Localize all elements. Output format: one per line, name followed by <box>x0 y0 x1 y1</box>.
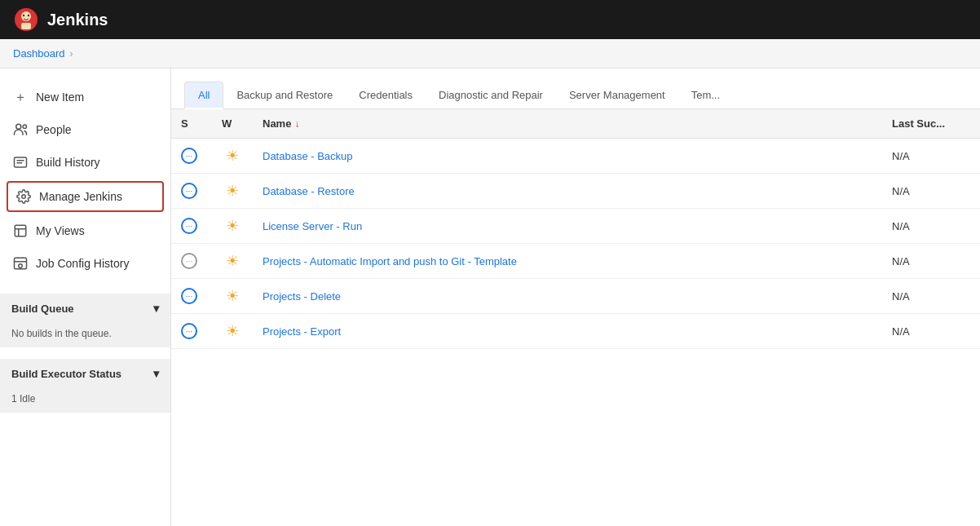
sidebar-item-build-history[interactable]: Build History <box>0 147 170 178</box>
build-queue-header[interactable]: Build Queue ▾ <box>0 294 170 323</box>
sidebar-item-label: Manage Jenkins <box>39 190 122 203</box>
job-name-cell: Projects - Delete <box>253 279 882 314</box>
sidebar-item-label: Job Config History <box>36 257 129 270</box>
col-header-s: S <box>171 109 212 139</box>
status-icon: ··· <box>181 218 197 234</box>
job-name-cell: Projects - Automatic Import and push to … <box>253 244 882 279</box>
tabs-bar: All Backup and Restore Credentials Diagn… <box>171 69 980 109</box>
status-cell: ··· <box>171 209 212 244</box>
weather-icon: ☀ <box>226 148 239 164</box>
sidebar-item-new-item[interactable]: ＋ New Item <box>0 82 170 113</box>
weather-cell: ☀ <box>212 279 253 314</box>
window-icon <box>13 223 28 238</box>
build-executor-panel: Build Executor Status ▾ 1 Idle <box>0 359 170 413</box>
job-link[interactable]: Projects - Delete <box>263 290 341 303</box>
svg-rect-11 <box>15 225 26 236</box>
status-cell: ··· <box>171 244 212 279</box>
sidebar-item-job-config-history[interactable]: Job Config History <box>0 248 170 279</box>
table-row: ···☀Database - BackupN/A <box>171 139 980 174</box>
people-icon <box>13 122 28 137</box>
sidebar-item-label: People <box>36 123 72 136</box>
status-cell: ··· <box>171 314 212 349</box>
status-cell: ··· <box>171 174 212 209</box>
table-row: ···☀Projects - DeleteN/A <box>171 279 980 314</box>
status-cell: ··· <box>171 139 212 174</box>
tab-tem[interactable]: Tem... <box>678 82 733 109</box>
status-cell: ··· <box>171 279 212 314</box>
sidebar-item-label: Build History <box>36 156 100 169</box>
weather-cell: ☀ <box>212 244 253 279</box>
breadcrumb: Dashboard › <box>0 39 980 69</box>
main-content: All Backup and Restore Credentials Diagn… <box>171 69 980 526</box>
sidebar-item-people[interactable]: People <box>0 114 170 145</box>
clock-icon <box>13 256 28 271</box>
status-icon: ··· <box>181 323 197 339</box>
sidebar: ＋ New Item People Build History <box>0 69 171 526</box>
last-success-cell: N/A <box>882 139 980 174</box>
table-row: ···☀Database - RestoreN/A <box>171 174 980 209</box>
build-queue-title: Build Queue <box>11 303 74 315</box>
plus-icon: ＋ <box>13 90 28 104</box>
tab-credentials[interactable]: Credentials <box>346 82 426 109</box>
breadcrumb-dashboard[interactable]: Dashboard <box>13 47 65 60</box>
job-link[interactable]: License Server - Run <box>263 220 362 232</box>
status-icon: ··· <box>181 288 197 304</box>
job-link[interactable]: Projects - Export <box>263 325 341 338</box>
build-executor-title: Build Executor Status <box>11 368 121 380</box>
col-header-w: W <box>212 109 253 139</box>
sidebar-item-my-views[interactable]: My Views <box>0 215 170 246</box>
table-header-row: S W Name ↓ Last Suc... <box>171 109 980 139</box>
build-queue-empty: No builds in the queue. <box>11 328 112 339</box>
build-executor-toggle-icon[interactable]: ▾ <box>153 367 159 380</box>
build-queue-toggle-icon[interactable]: ▾ <box>153 302 159 315</box>
weather-cell: ☀ <box>212 174 253 209</box>
build-executor-header[interactable]: Build Executor Status ▾ <box>0 359 170 388</box>
col-header-last-success: Last Suc... <box>882 109 980 139</box>
last-success-cell: N/A <box>882 244 980 279</box>
sidebar-item-label: New Item <box>36 91 84 104</box>
weather-icon: ☀ <box>226 323 239 339</box>
job-link[interactable]: Database - Backup <box>263 150 353 162</box>
history-icon <box>13 155 28 170</box>
sidebar-item-manage-jenkins[interactable]: Manage Jenkins <box>7 181 164 212</box>
build-queue-panel: Build Queue ▾ No builds in the queue. <box>0 294 170 347</box>
last-success-cell: N/A <box>882 279 980 314</box>
gear-icon <box>16 189 31 204</box>
weather-cell: ☀ <box>212 209 253 244</box>
svg-rect-2 <box>21 23 31 29</box>
tab-diagnostic-repair[interactable]: Diagnostic and Repair <box>426 82 556 109</box>
svg-point-5 <box>16 124 21 129</box>
build-queue-content: No builds in the queue. <box>0 323 170 347</box>
status-icon: ··· <box>181 148 197 164</box>
breadcrumb-separator: › <box>70 48 73 60</box>
tab-backup-restore[interactable]: Backup and Restore <box>223 82 346 109</box>
last-success-cell: N/A <box>882 174 980 209</box>
col-header-name[interactable]: Name ↓ <box>253 109 882 139</box>
job-link[interactable]: Projects - Automatic Import and push to … <box>263 255 517 267</box>
weather-icon: ☀ <box>226 183 239 199</box>
weather-cell: ☀ <box>212 314 253 349</box>
job-name-cell: Projects - Export <box>253 314 882 349</box>
tab-server-management[interactable]: Server Management <box>556 82 678 109</box>
svg-point-10 <box>22 195 26 199</box>
jenkins-logo-icon <box>13 7 39 33</box>
last-success-cell: N/A <box>882 314 980 349</box>
main-layout: ＋ New Item People Build History <box>0 69 980 526</box>
last-success-cell: N/A <box>882 209 980 244</box>
tab-all[interactable]: All <box>184 82 223 109</box>
weather-cell: ☀ <box>212 139 253 174</box>
weather-icon: ☀ <box>226 218 239 234</box>
job-name-cell: Database - Backup <box>253 139 882 174</box>
job-link[interactable]: Database - Restore <box>263 185 355 197</box>
status-icon: ··· <box>181 253 197 269</box>
svg-point-15 <box>19 264 23 268</box>
status-icon: ··· <box>181 183 197 199</box>
table-row: ···☀Projects - ExportN/A <box>171 314 980 349</box>
weather-icon: ☀ <box>226 253 239 269</box>
table-row: ···☀License Server - RunN/A <box>171 209 980 244</box>
app-header: Jenkins <box>0 0 980 39</box>
table-row: ···☀Projects - Automatic Import and push… <box>171 244 980 279</box>
sort-arrow-icon: ↓ <box>294 118 299 130</box>
jobs-table: S W Name ↓ Last Suc... <box>171 109 980 349</box>
job-name-cell: License Server - Run <box>253 209 882 244</box>
